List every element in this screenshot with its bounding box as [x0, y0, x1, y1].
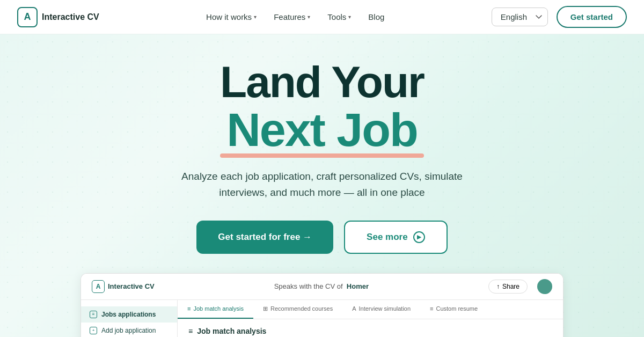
chevron-down-icon: ▾ [254, 14, 257, 20]
app-logo-icon: A [92, 280, 105, 293]
content-title-icon: ≡ [188, 327, 193, 335]
app-main: ≡ Job match analysis ⊞ Recommended cours… [178, 300, 563, 337]
tab-recommended-courses[interactable]: ⊞ Recommended courses [253, 300, 342, 319]
nav-blog[interactable]: Blog [368, 12, 384, 21]
hero-section: Land Your Next Job Analyze each job appl… [0, 34, 644, 337]
app-sidebar: ≡ Jobs applications + Add job applicatio… [81, 300, 178, 337]
tab-custom-resume[interactable]: ≡ Custom resume [420, 300, 487, 319]
navbar: A Interactive CV How it works ▾ Features… [0, 0, 644, 34]
hero-title-line2: Next Job [226, 106, 418, 153]
chevron-down-icon: ▾ [308, 14, 310, 20]
app-preview: A Interactive CV Speaks with the CV of H… [80, 273, 564, 337]
tab-interview-simulation[interactable]: A Interview simulation [342, 300, 420, 319]
nav-how-it-works[interactable]: How it works ▾ [206, 12, 257, 21]
see-more-button[interactable]: See more ▶ [344, 221, 448, 254]
logo-icon: A [17, 7, 38, 27]
share-button[interactable]: ↑ Share [488, 280, 528, 294]
sidebar-item-add-job[interactable]: + Add job application [81, 323, 177, 337]
tab-job-match-analysis[interactable]: ≡ Job match analysis [178, 300, 253, 319]
hero-buttons: Get started for free → See more ▶ [11, 221, 633, 254]
logo-area: A Interactive CV [17, 7, 99, 27]
avatar [537, 279, 552, 294]
title-underline [220, 153, 424, 158]
content-title: ≡ Job match analysis [188, 327, 552, 335]
get-started-free-button[interactable]: Get started for free → [196, 221, 333, 254]
plus-circle-icon: + [90, 327, 97, 334]
play-circle-icon: ▶ [413, 231, 425, 243]
get-started-button[interactable]: Get started [557, 6, 627, 28]
language-select[interactable]: English French Spanish [492, 8, 548, 26]
nav-tools[interactable]: Tools ▾ [327, 12, 351, 21]
app-tabs: ≡ Job match analysis ⊞ Recommended cours… [178, 300, 563, 319]
app-logo-area: A Interactive CV [92, 280, 155, 293]
hero-subtitle: Analyze each job application, craft pers… [145, 169, 499, 201]
app-body: ≡ Jobs applications + Add job applicatio… [81, 300, 563, 337]
match-icon: ≡ [187, 305, 191, 312]
app-content: ≡ Job match analysis [178, 319, 563, 337]
app-speaks-label: Speaks with the CV of Homer [274, 282, 369, 290]
nav-features[interactable]: Features ▾ [274, 12, 310, 21]
courses-icon: ⊞ [263, 305, 268, 312]
hero-title-line1: Land Your [11, 60, 633, 104]
app-topbar: A Interactive CV Speaks with the CV of H… [81, 274, 563, 300]
resume-icon: ≡ [430, 305, 433, 312]
navbar-right: English French Spanish Get started [492, 6, 627, 28]
share-icon: ↑ [496, 283, 500, 290]
briefcase-icon: ≡ [90, 311, 97, 318]
sidebar-item-jobs-applications[interactable]: ≡ Jobs applications [81, 306, 177, 323]
nav-menu: How it works ▾ Features ▾ Tools ▾ Blog [206, 12, 384, 21]
hero-content: Land Your Next Job Analyze each job appl… [11, 60, 633, 337]
logo-text: Interactive CV [42, 12, 99, 22]
chevron-down-icon: ▾ [348, 14, 351, 20]
interview-icon: A [352, 305, 356, 312]
